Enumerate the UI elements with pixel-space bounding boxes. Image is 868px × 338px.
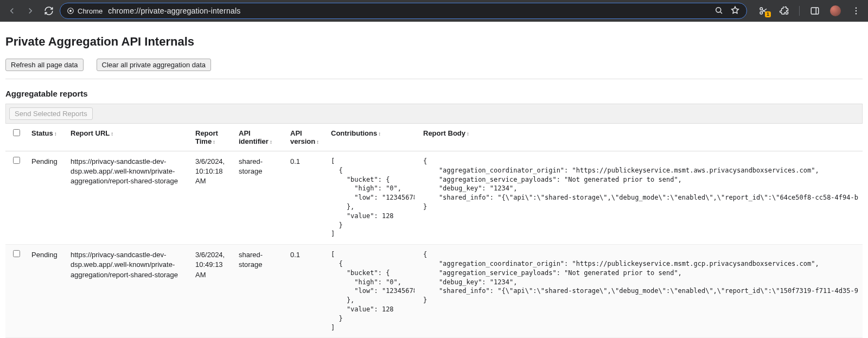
cell-ver: 0.1 — [286, 245, 327, 338]
select-all-checkbox[interactable] — [13, 129, 20, 136]
address-bar[interactable]: Chrome chrome://private-aggregation-inte… — [60, 3, 747, 19]
zoom-icon[interactable] — [714, 5, 724, 17]
profile-avatar[interactable] — [828, 3, 843, 18]
svg-point-8 — [856, 13, 857, 14]
col-body-header[interactable]: Report Body — [419, 124, 863, 151]
cell-url: https://privacy-sandcastle-dev-dsp.web.a… — [66, 245, 191, 338]
extension-badge: 1 — [765, 11, 771, 17]
reload-button[interactable] — [41, 3, 56, 18]
svg-point-1 — [69, 10, 72, 12]
col-time-header[interactable]: Report Time — [191, 124, 234, 151]
chrome-origin-chip: Chrome — [67, 7, 103, 15]
side-panel-icon[interactable] — [807, 3, 822, 18]
col-api-header[interactable]: API identifier — [234, 124, 286, 151]
browser-toolbar: Chrome chrome://private-aggregation-inte… — [0, 0, 868, 22]
refresh-all-button[interactable]: Refresh all page data — [5, 59, 84, 71]
col-status-header[interactable]: Status — [27, 124, 66, 151]
cell-status: Pending — [27, 151, 66, 245]
cell-body: { "aggregation_coordinator_origin": "htt… — [419, 151, 863, 245]
select-all-header[interactable] — [5, 124, 27, 151]
page-title: Private Aggregation API Internals — [5, 35, 863, 49]
table-row: Pending https://privacy-sandcastle-dev-d… — [5, 245, 863, 338]
reports-table: Status Report URL Report Time API identi… — [5, 123, 863, 338]
toolbar-right: 1 — [750, 3, 864, 18]
url-text: chrome://private-aggregation-internals — [108, 7, 240, 15]
table-header-row: Status Report URL Report Time API identi… — [5, 124, 863, 151]
cell-api: shared-storage — [234, 151, 286, 245]
svg-point-7 — [856, 10, 857, 11]
clear-all-button[interactable]: Clear all private aggregation data — [97, 59, 212, 71]
divider — [5, 79, 863, 79]
cell-body: { "aggregation_coordinator_origin": "htt… — [419, 245, 863, 338]
kebab-menu-icon[interactable] — [848, 3, 864, 18]
avatar — [830, 5, 841, 16]
col-url-header[interactable]: Report URL — [66, 124, 191, 151]
forward-button[interactable] — [23, 3, 38, 18]
cell-api: shared-storage — [234, 245, 286, 338]
svg-rect-5 — [811, 8, 819, 14]
row-checkbox[interactable] — [13, 250, 20, 257]
chrome-chip-label: Chrome — [78, 7, 103, 15]
table-row: Pending https://privacy-sandcastle-dev-d… — [5, 151, 863, 245]
col-ver-header[interactable]: API version — [286, 124, 327, 151]
back-button[interactable] — [4, 3, 20, 18]
extensions-puzzle-icon[interactable] — [776, 3, 792, 18]
toolbar-separator — [799, 6, 800, 16]
cell-status: Pending — [27, 245, 66, 338]
svg-point-6 — [856, 8, 857, 9]
cell-ver: 0.1 — [286, 151, 327, 245]
send-selected-button[interactable]: Send Selected Reports — [9, 107, 93, 120]
cell-contrib: [ { "bucket": { "high": "0", "low": "123… — [327, 151, 419, 245]
section-title: Aggregatable reports — [5, 89, 863, 98]
extension-scissors-icon[interactable]: 1 — [756, 3, 771, 18]
cell-time: 3/6/2024, 10:49:13 AM — [191, 245, 234, 338]
cell-contrib: [ { "bucket": { "high": "0", "low": "123… — [327, 245, 419, 338]
row-checkbox[interactable] — [13, 157, 20, 164]
bookmark-star-icon[interactable] — [730, 5, 740, 17]
cell-url: https://privacy-sandcastle-dev-dsp.web.a… — [66, 151, 191, 245]
page-content: Private Aggregation API Internals Refres… — [0, 22, 868, 338]
svg-point-2 — [716, 7, 721, 12]
cell-time: 3/6/2024, 10:10:18 AM — [191, 151, 234, 245]
col-contrib-header[interactable]: Contributions — [327, 124, 419, 151]
